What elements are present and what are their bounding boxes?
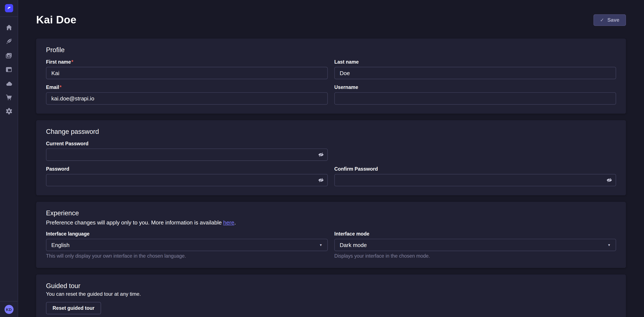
first-name-field-group: First name*	[46, 59, 328, 79]
confirm-password-label: Confirm Password	[334, 166, 616, 172]
interface-mode-value: Dark mode	[340, 242, 367, 248]
current-password-input[interactable]	[46, 148, 328, 161]
current-password-label: Current Password	[46, 141, 328, 146]
chevron-down-icon: ▼	[608, 243, 611, 247]
marketplace-cart-icon	[5, 94, 12, 101]
interface-language-field-group: Interface language English ▼ This will o…	[46, 231, 328, 259]
interface-language-hint: This will only display your own interfac…	[46, 253, 328, 259]
sidebar-item-home[interactable]	[0, 20, 18, 34]
toggle-confirm-password-visibility-button[interactable]	[606, 177, 612, 183]
new-password-input[interactable]	[46, 174, 328, 186]
main-content: Kai Doe ✓ Save Profile First name* Last …	[18, 0, 644, 317]
profile-card: Profile First name* Last name Email* Use…	[36, 38, 626, 114]
change-password-card-title: Change password	[46, 128, 616, 136]
new-password-field-group: Password	[46, 166, 328, 186]
toggle-current-password-visibility-button[interactable]	[318, 152, 324, 158]
app-window: KD Kai Doe ✓ Save Profile First name* La…	[0, 0, 644, 317]
first-name-label: First name*	[46, 59, 328, 65]
save-button[interactable]: ✓ Save	[593, 14, 626, 26]
guided-tour-card: Guided tour You can reset the guided tou…	[36, 275, 626, 317]
home-icon	[6, 24, 12, 31]
sidebar-item-content-type-builder[interactable]	[0, 62, 18, 76]
username-field-group: Username	[334, 84, 616, 105]
media-library-icon	[5, 52, 12, 59]
cloud-icon	[5, 80, 12, 87]
save-button-label: Save	[607, 17, 619, 23]
page-header: Kai Doe ✓ Save	[36, 0, 626, 26]
interface-mode-hint: Displays your interface in the chosen mo…	[334, 253, 616, 259]
page-title: Kai Doe	[36, 14, 76, 26]
new-password-label: Password	[46, 166, 328, 172]
interface-language-label: Interface language	[46, 231, 328, 237]
content-type-builder-icon	[5, 66, 12, 73]
guided-tour-description: You can reset the guided tour at any tim…	[46, 291, 616, 297]
confirm-password-field-group: Confirm Password	[334, 166, 616, 186]
interface-language-select[interactable]: English ▼	[46, 239, 328, 251]
experience-card: Experience Preference changes will apply…	[36, 202, 626, 268]
experience-description: Preference changes will apply only to yo…	[46, 220, 616, 226]
interface-mode-label: Interface mode	[334, 231, 616, 237]
guided-tour-card-title: Guided tour	[46, 282, 616, 290]
sidebar-item-marketplace[interactable]	[0, 90, 18, 104]
last-name-label: Last name	[334, 59, 616, 65]
last-name-input[interactable]	[334, 67, 616, 79]
email-field-group: Email*	[46, 84, 328, 105]
sidebar-item-content-manager[interactable]	[0, 34, 18, 48]
last-name-field-group: Last name	[334, 59, 616, 79]
content-manager-feather-icon	[6, 38, 12, 45]
reset-guided-tour-button[interactable]: Reset guided tour	[46, 302, 101, 314]
email-input[interactable]	[46, 92, 328, 105]
interface-language-value: English	[51, 242, 70, 248]
eye-slash-icon	[318, 152, 324, 158]
logo-section	[0, 0, 18, 17]
confirm-password-input[interactable]	[334, 174, 616, 186]
sidebar: KD	[0, 0, 18, 317]
required-asterisk: *	[60, 84, 62, 90]
sidebar-item-settings[interactable]	[0, 104, 18, 118]
checkmark-icon: ✓	[600, 17, 604, 22]
interface-mode-field-group: Interface mode Dark mode ▼ Displays your…	[334, 231, 616, 259]
current-password-field-group: Current Password	[46, 141, 328, 161]
more-information-link[interactable]: here	[223, 220, 234, 226]
first-name-input[interactable]	[46, 67, 328, 79]
toggle-new-password-visibility-button[interactable]	[318, 177, 324, 183]
required-asterisk: *	[71, 59, 73, 65]
strapi-logo-icon[interactable]	[5, 4, 13, 12]
sidebar-nav	[0, 17, 18, 301]
username-label: Username	[334, 84, 616, 90]
change-password-card: Change password Current Password	[36, 120, 626, 195]
profile-card-title: Profile	[46, 46, 616, 54]
eye-slash-icon	[318, 177, 324, 183]
username-input[interactable]	[334, 92, 616, 105]
sidebar-item-media-library[interactable]	[0, 48, 18, 62]
experience-card-title: Experience	[46, 210, 616, 217]
sidebar-footer: KD	[0, 301, 18, 317]
email-label: Email*	[46, 84, 328, 90]
chevron-down-icon: ▼	[319, 243, 322, 247]
settings-gear-icon	[5, 107, 12, 115]
eye-slash-icon	[606, 177, 612, 183]
user-avatar[interactable]: KD	[4, 305, 13, 314]
interface-mode-select[interactable]: Dark mode ▼	[334, 239, 616, 251]
sidebar-item-cloud[interactable]	[0, 76, 18, 90]
